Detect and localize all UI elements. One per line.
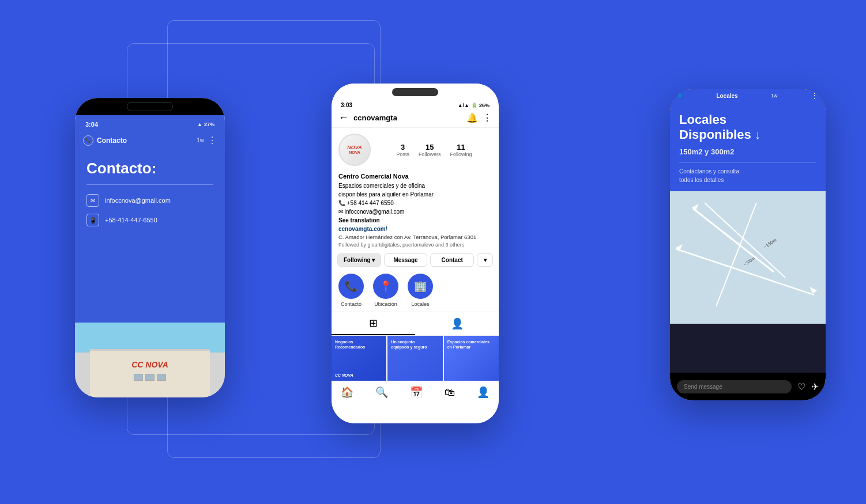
message-button[interactable]: Message <box>384 253 428 267</box>
highlight-contacto-label: Contacto <box>341 301 362 307</box>
nav-profile-icon[interactable]: 👤 <box>477 386 490 399</box>
heart-icon[interactable]: ♡ <box>797 381 805 392</box>
left-battery: 27% <box>204 122 214 127</box>
bio-line1: Espacios comerciales y de oficina <box>338 181 492 190</box>
person-tag-icon: 👤 <box>451 317 464 330</box>
grid-cell-2[interactable]: Un conjuntoequipado y seguro <box>387 336 442 381</box>
right-status-icon: 🔵 <box>677 93 683 98</box>
notification-bell-icon[interactable]: 🔔 <box>466 112 478 123</box>
right-phone: 🔵 Locales 1w ⋮ LocalesDisponibles ↓ 150m… <box>670 89 826 400</box>
right-locales-title: Locales <box>716 93 737 99</box>
send-icon[interactable]: ✈ <box>811 381 819 392</box>
right-post-title: LocalesDisponibles ↓ <box>679 112 816 143</box>
left-header-title: Contacto <box>97 137 193 145</box>
insta-highlights: 📞 Contacto 📍 Ubicación 🏢 Locales <box>332 271 499 312</box>
whatsapp-icon: 📱 <box>86 214 99 226</box>
following-label: Following <box>450 151 472 157</box>
grid-icon: ⊞ <box>369 317 378 329</box>
grid-cell-1-logo: CC NOVA <box>335 373 353 377</box>
insta-status-bar: 3:03 ▲/▲ 🔋 26% <box>332 97 499 109</box>
battery-pct: 26% <box>479 103 490 108</box>
left-phone-icon: 📞 <box>83 135 93 146</box>
bio-followed: Followed by gioartdigitales, puertomalev… <box>338 241 492 249</box>
right-more-icon[interactable]: ⋮ <box>811 91 819 100</box>
highlight-locales-label: Locales <box>411 301 429 307</box>
highlight-ubicacion-label: Ubicación <box>374 301 397 307</box>
posts-stat: 3 Posts <box>396 143 409 157</box>
insta-bottom-nav: 🏠 🔍 📅 🛍 👤 <box>332 381 499 401</box>
insta-status-icons: ▲/▲ 🔋 26% <box>458 103 490 108</box>
grid-cell-3[interactable]: Espacios comercialesen Porlamar <box>444 336 499 381</box>
insta-time: 3:03 <box>341 102 352 108</box>
followers-stat: 15 Followers <box>419 143 441 157</box>
bio-address: C. Amador Hernández con Av. Terranova, P… <box>338 233 492 241</box>
insta-profile-row: NOVA NOVA 3 Posts 15 Followers 11 Follow… <box>332 128 499 172</box>
nav-shop-icon[interactable]: 🛍 <box>445 386 455 399</box>
left-phone-num: +58-414-447-6550 <box>105 217 157 223</box>
followers-count: 15 <box>419 143 441 151</box>
map-svg: ~150m ~300m <box>670 191 826 324</box>
right-post-desc: Contáctanos y consultatodos los detalles <box>679 162 816 184</box>
insta-grid: NegociosRecomendados CC NOVA Un conjunto… <box>332 336 499 381</box>
highlight-ubicacion[interactable]: 📍 Ubicación <box>373 274 398 307</box>
bio-line2: disponibles para alquiler en Porlamar <box>338 190 492 199</box>
bio-see-translation[interactable]: See translation <box>338 216 492 225</box>
contact-button[interactable]: Contact <box>430 253 474 267</box>
left-phone: 3:04 ▲ 27% 📞 Contacto 1w ⋮ Contacto: ✉ i… <box>75 98 225 397</box>
left-phone-item: 📱 +58-414-447-6550 <box>86 214 213 226</box>
following-button[interactable]: Following ▾ <box>337 253 381 267</box>
highlight-locales[interactable]: 🏢 Locales <box>408 274 433 307</box>
left-time: 3:04 <box>85 121 98 128</box>
posts-label: Posts <box>396 151 409 157</box>
grid-cell-3-text: Espacios comercialesen Porlamar <box>447 339 490 350</box>
tab-tagged[interactable]: 👤 <box>415 312 499 335</box>
left-email: infoccnova@gmail.com <box>105 197 171 204</box>
highlight-locales-circle: 🏢 <box>408 274 433 299</box>
left-status-bar: 3:04 ▲ 27% <box>75 115 225 130</box>
left-email-item: ✉ infoccnova@gmail.com <box>86 194 213 207</box>
left-header: 📞 Contacto 1w ⋮ <box>75 130 225 150</box>
center-phone: 3:03 ▲/▲ 🔋 26% ← ccnovamgta 🔔 ⋮ NOVA NOV… <box>332 84 499 423</box>
grid-cell-1[interactable]: NegociosRecomendados CC NOVA <box>332 336 386 381</box>
bio-email: ✉ infoccnova@gmail.com <box>338 207 492 216</box>
insta-action-buttons: Following ▾ Message Contact ▾ <box>332 253 499 271</box>
bio-name: Centro Comercial Nova <box>338 172 492 181</box>
send-message-input[interactable]: Send message <box>677 380 792 393</box>
more-button[interactable]: ▾ <box>477 253 493 267</box>
followers-label: Followers <box>419 151 441 157</box>
insta-avatar: NOVA NOVA <box>338 134 371 166</box>
highlight-ubicacion-circle: 📍 <box>373 274 398 299</box>
right-bottom-bar: Send message ♡ ✈ <box>670 373 826 400</box>
left-header-time: 1w <box>197 137 204 143</box>
left-heading: Contacto: <box>86 160 213 177</box>
insta-more-icon[interactable]: ⋮ <box>483 112 492 123</box>
highlight-contacto[interactable]: 📞 Contacto <box>338 274 364 307</box>
insta-header: ← ccnovamgta 🔔 ⋮ <box>332 109 499 128</box>
insta-username: ccnovamgta <box>353 113 462 122</box>
left-signal-icon: ▲ <box>197 122 202 127</box>
building-sign: CC NOVA <box>131 360 168 369</box>
nav-home-icon[interactable]: 🏠 <box>341 386 353 399</box>
grid-cell-2-text: Un conjuntoequipado y seguro <box>391 339 427 350</box>
nav-search-icon[interactable]: 🔍 <box>375 386 388 399</box>
insta-bio: Centro Comercial Nova Espacios comercial… <box>332 172 499 253</box>
back-button[interactable]: ← <box>338 112 349 124</box>
right-map: ~150m ~300m <box>670 191 826 324</box>
following-count: 11 <box>450 143 472 151</box>
posts-count: 3 <box>396 143 409 151</box>
following-stat: 11 Following <box>450 143 472 157</box>
email-icon: ✉ <box>86 194 99 207</box>
left-building-image: CC NOVA <box>75 323 225 397</box>
right-post-subtitle: 150m2 y 300m2 <box>679 147 816 156</box>
right-header-time: 1w <box>771 93 778 98</box>
tab-grid[interactable]: ⊞ <box>332 312 415 335</box>
left-more-icon[interactable]: ⋮ <box>208 135 217 146</box>
insta-stats: 3 Posts 15 Followers 11 Following <box>376 143 492 157</box>
battery-icon: 🔋 <box>471 103 477 108</box>
left-divider <box>86 184 213 185</box>
insta-tabs: ⊞ 👤 <box>332 312 499 336</box>
grid-cell-1-text: NegociosRecomendados <box>335 339 365 350</box>
nav-post-icon[interactable]: 📅 <box>410 386 423 399</box>
bio-url[interactable]: ccnovamgta.com/ <box>338 225 492 233</box>
bio-phone: 📞 +58 414 447 6550 <box>338 199 492 207</box>
